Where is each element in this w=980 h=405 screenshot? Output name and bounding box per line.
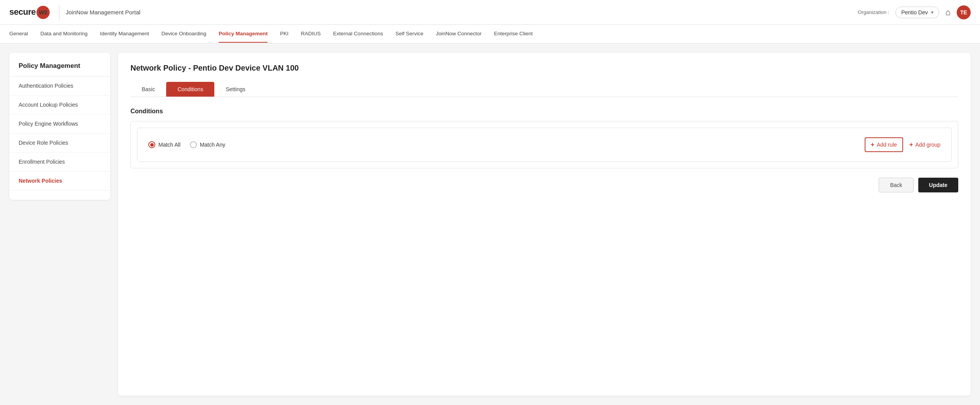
match-all-label: Match All xyxy=(158,142,181,148)
logo[interactable]: secure W2 xyxy=(9,6,50,19)
sidebar-item-network[interactable]: Network Policies xyxy=(9,171,110,190)
header-divider xyxy=(59,5,59,19)
match-all-radio[interactable] xyxy=(148,141,155,148)
conditions-section: Conditions Match All Match Any xyxy=(130,108,958,168)
nav-item-joinnow[interactable]: JoinNow Connector xyxy=(436,25,481,43)
portal-title: JoinNow Management Portal xyxy=(66,9,141,16)
sidebar-item-policy-engine[interactable]: Policy Engine Workflows xyxy=(9,114,110,133)
add-rule-button[interactable]: + Add rule xyxy=(865,137,904,152)
nav-item-identity[interactable]: Identity Management xyxy=(100,25,149,43)
nav-item-device-onboarding[interactable]: Device Onboarding xyxy=(162,25,207,43)
content-panel: Network Policy - Pentio Dev Device VLAN … xyxy=(118,53,971,396)
add-group-button[interactable]: + Add group xyxy=(909,141,940,148)
nav-item-enterprise[interactable]: Enterprise Client xyxy=(494,25,533,43)
match-any-radio[interactable] xyxy=(190,141,197,148)
tab-conditions[interactable]: Conditions xyxy=(166,82,214,97)
header: secure W2 JoinNow Management Portal Orga… xyxy=(0,0,980,25)
org-label: Organization : xyxy=(858,9,889,15)
org-name: Pentio Dev xyxy=(901,9,928,16)
header-right: Organization : Pentio Dev ▾ ⌂ TE xyxy=(858,5,971,19)
tab-basic[interactable]: Basic xyxy=(130,82,166,97)
conditions-box: Match All Match Any + Add rule xyxy=(130,121,958,168)
nav-item-general[interactable]: General xyxy=(9,25,28,43)
conditions-section-title: Conditions xyxy=(130,108,958,115)
conditions-inner: Match All Match Any + Add rule xyxy=(137,128,952,162)
sidebar: Policy Management Authentication Policie… xyxy=(9,53,110,200)
main-nav: General Data and Monitoring Identity Man… xyxy=(0,25,980,43)
action-buttons: + Add rule + Add group xyxy=(865,137,940,152)
nav-item-self-service[interactable]: Self Service xyxy=(395,25,423,43)
nav-item-data[interactable]: Data and Monitoring xyxy=(40,25,88,43)
chevron-down-icon: ▾ xyxy=(931,10,933,15)
back-button[interactable]: Back xyxy=(879,178,913,192)
nav-item-pki[interactable]: PKI xyxy=(280,25,288,43)
sidebar-title: Policy Management xyxy=(9,62,110,76)
match-all-option[interactable]: Match All xyxy=(148,141,181,148)
sidebar-item-device-role[interactable]: Device Role Policies xyxy=(9,133,110,152)
sidebar-item-authentication[interactable]: Authentication Policies xyxy=(9,76,110,95)
sidebar-item-account-lookup[interactable]: Account Lookup Policies xyxy=(9,95,110,114)
add-rule-label: Add rule xyxy=(877,142,897,148)
footer-buttons: Back Update xyxy=(130,178,958,192)
add-group-label: Add group xyxy=(915,142,940,148)
tab-bar: Basic Conditions Settings xyxy=(130,82,958,97)
plus-icon-group: + xyxy=(909,141,913,148)
logo-text: secure W2 xyxy=(9,6,50,19)
org-selector[interactable]: Pentio Dev ▾ xyxy=(895,7,939,18)
update-button[interactable]: Update xyxy=(918,178,958,192)
match-any-label: Match Any xyxy=(200,142,225,148)
home-icon[interactable]: ⌂ xyxy=(945,7,950,17)
match-options: Match All Match Any xyxy=(148,141,225,148)
match-any-option[interactable]: Match Any xyxy=(190,141,225,148)
plus-icon: + xyxy=(871,141,874,148)
sidebar-item-enrollment[interactable]: Enrollment Policies xyxy=(9,152,110,171)
page-title: Network Policy - Pentio Dev Device VLAN … xyxy=(130,64,958,73)
tab-settings[interactable]: Settings xyxy=(214,82,257,97)
nav-item-radius[interactable]: RADIUS xyxy=(301,25,321,43)
nav-item-external[interactable]: External Connections xyxy=(333,25,383,43)
user-avatar[interactable]: TE xyxy=(957,5,971,19)
nav-item-policy-management[interactable]: Policy Management xyxy=(219,25,268,43)
main-content: Policy Management Authentication Policie… xyxy=(0,43,980,405)
